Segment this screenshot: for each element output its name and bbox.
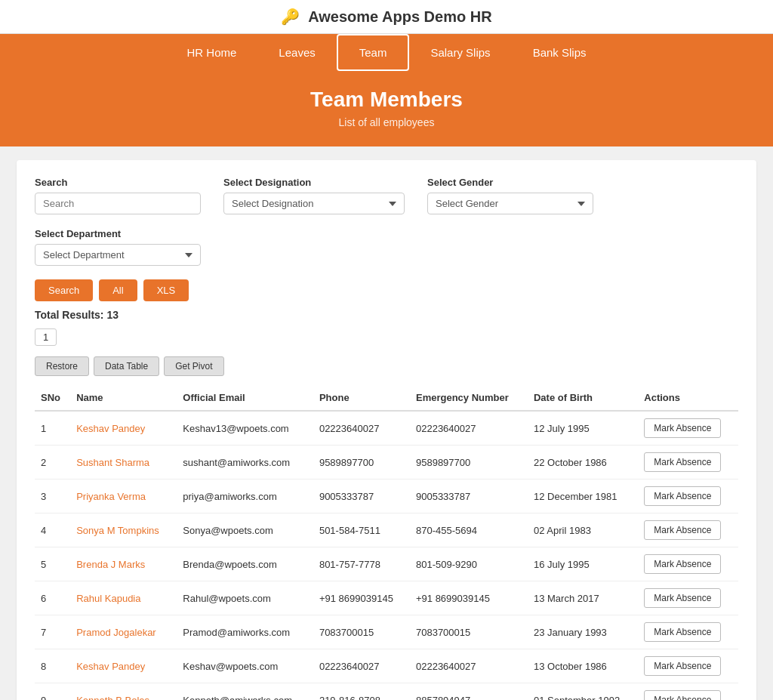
cell-name: Rahul Kapudia [70, 581, 177, 615]
cell-phone: 801-757-7778 [313, 547, 410, 581]
cell-actions: Mark Absence [638, 411, 738, 446]
table-row: 1 Keshav Pandey Keshav13@wpoets.com 0222… [35, 411, 738, 446]
restore-button[interactable]: Restore [35, 356, 89, 376]
employees-table: SNo Name Official Email Phone Emergency … [35, 385, 738, 700]
designation-select[interactable]: Select Designation [223, 193, 405, 214]
cell-sno: 2 [35, 446, 70, 480]
cell-phone: 02223640027 [313, 649, 410, 683]
mark-absence-button[interactable]: Mark Absence [644, 452, 721, 472]
nav-item-hr-home[interactable]: HR Home [166, 35, 258, 69]
cell-phone: 9589897700 [313, 446, 410, 480]
cell-emergency: 9589897700 [410, 446, 528, 480]
employee-name-link[interactable]: Keshav Pandey [76, 423, 145, 434]
cell-sno: 6 [35, 581, 70, 615]
department-group: Select Department Select Department [35, 228, 201, 266]
cell-name: Brenda J Marks [70, 547, 177, 581]
mark-absence-button[interactable]: Mark Absence [644, 656, 721, 676]
all-button[interactable]: All [99, 279, 137, 301]
cell-actions: Mark Absence [638, 513, 738, 547]
cell-sno: 4 [35, 513, 70, 547]
page-indicator[interactable]: 1 [35, 328, 57, 346]
page-subtitle: List of all employees [0, 116, 773, 128]
employee-name-link[interactable]: Sonya M Tompkins [76, 525, 159, 536]
mark-absence-button[interactable]: Mark Absence [644, 588, 721, 608]
cell-dob: 13 October 1986 [528, 649, 638, 683]
employee-name-link[interactable]: Brenda J Marks [76, 559, 145, 570]
cell-email: Rahul@wpoets.com [177, 581, 313, 615]
employee-name-link[interactable]: Keshav Pandey [76, 661, 145, 672]
mark-absence-button[interactable]: Mark Absence [644, 554, 721, 574]
employee-name-link[interactable]: Kenneth B Boles [76, 695, 149, 701]
table-row: 9 Kenneth B Boles Kenneth@amiworks.com 2… [35, 683, 738, 701]
table-row: 4 Sonya M Tompkins Sonya@wpoets.com 501-… [35, 513, 738, 547]
search-button[interactable]: Search [35, 279, 93, 301]
col-actions: Actions [638, 385, 738, 411]
cell-sno: 9 [35, 683, 70, 701]
mark-absence-button[interactable]: Mark Absence [644, 690, 721, 700]
cell-emergency: 870-455-5694 [410, 513, 528, 547]
employee-name-link[interactable]: Rahul Kapudia [76, 593, 140, 604]
cell-dob: 13 March 2017 [528, 581, 638, 615]
cell-email: Sonya@wpoets.com [177, 513, 313, 547]
mark-absence-button[interactable]: Mark Absence [644, 520, 721, 540]
cell-email: Kenneth@amiworks.com [177, 683, 313, 701]
table-row: 6 Rahul Kapudia Rahul@wpoets.com +91 869… [35, 581, 738, 615]
col-emergency: Emergency Number [410, 385, 528, 411]
table-row: 3 Priyanka Verma priya@amiworks.com 9005… [35, 480, 738, 513]
cell-actions: Mark Absence [638, 649, 738, 683]
col-phone: Phone [313, 385, 410, 411]
table-controls: Restore Data Table Get Pivot [35, 356, 738, 376]
cell-emergency: 9005333787 [410, 480, 528, 513]
cell-actions: Mark Absence [638, 615, 738, 649]
get-pivot-button[interactable]: Get Pivot [164, 356, 223, 376]
xls-button[interactable]: XLS [143, 279, 189, 301]
page-title: Team Members [0, 88, 773, 112]
designation-group: Select Designation Select Designation [223, 177, 405, 214]
cell-emergency: 02223640027 [410, 411, 528, 446]
nav-item-leaves[interactable]: Leaves [257, 35, 336, 69]
data-table-button[interactable]: Data Table [94, 356, 159, 376]
cell-emergency: 801-509-9290 [410, 547, 528, 581]
filter-row-top: Search Select Designation Select Designa… [35, 177, 738, 214]
cell-dob: 12 July 1995 [528, 411, 638, 446]
search-label: Search [35, 177, 201, 188]
gender-label: Select Gender [427, 177, 593, 188]
cell-emergency: 8857894947 [410, 683, 528, 701]
filter-row-bottom: Select Department Select Department [35, 228, 738, 266]
mark-absence-button[interactable]: Mark Absence [644, 486, 721, 506]
employee-name-link[interactable]: Pramod Jogalekar [76, 627, 156, 638]
department-select[interactable]: Select Department [35, 244, 201, 266]
col-dob: Date of Birth [528, 385, 638, 411]
cell-name: Sonya M Tompkins [70, 513, 177, 547]
cell-dob: 16 July 1995 [528, 547, 638, 581]
nav-item-team[interactable]: Team [337, 34, 410, 71]
search-input[interactable] [35, 193, 201, 214]
cell-emergency: 7083700015 [410, 615, 528, 649]
cell-dob: 22 October 1986 [528, 446, 638, 480]
cell-emergency: 02223640027 [410, 649, 528, 683]
mark-absence-button[interactable]: Mark Absence [644, 622, 721, 642]
cell-dob: 02 April 1983 [528, 513, 638, 547]
total-results: Total Results: 13 [35, 309, 738, 321]
cell-dob: 23 January 1993 [528, 615, 638, 649]
table-row: 8 Keshav Pandey Keshav@wpoets.com 022236… [35, 649, 738, 683]
cell-phone: 02223640027 [313, 411, 410, 446]
gender-select[interactable]: Select Gender [427, 193, 593, 214]
nav-item-bank-slips[interactable]: Bank Slips [512, 35, 608, 69]
employee-name-link[interactable]: Priyanka Verma [76, 491, 146, 502]
table-header-row: SNo Name Official Email Phone Emergency … [35, 385, 738, 411]
col-name: Name [70, 385, 177, 411]
employee-name-link[interactable]: Sushant Sharma [76, 457, 149, 468]
nav-item-salary-slips[interactable]: Salary Slips [409, 35, 511, 69]
cell-email: priya@amiworks.com [177, 480, 313, 513]
cell-emergency: +91 8699039145 [410, 581, 528, 615]
cell-phone: 7083700015 [313, 615, 410, 649]
cell-sno: 7 [35, 615, 70, 649]
search-group: Search [35, 177, 201, 214]
gender-group: Select Gender Select Gender [427, 177, 593, 214]
cell-email: sushant@amiworks.com [177, 446, 313, 480]
cell-email: Brenda@wpoets.com [177, 547, 313, 581]
mark-absence-button[interactable]: Mark Absence [644, 418, 721, 438]
cell-name: Keshav Pandey [70, 411, 177, 446]
designation-label: Select Designation [223, 177, 405, 188]
